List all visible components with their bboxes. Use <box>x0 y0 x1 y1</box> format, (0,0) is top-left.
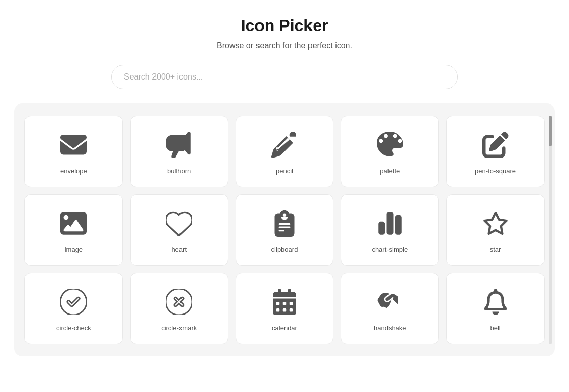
icon-card-bullhorn[interactable]: bullhorn <box>130 116 228 187</box>
icon-label-handshake: handshake <box>374 324 406 332</box>
calendar-icon <box>271 289 298 324</box>
icon-label-pen-to-square: pen-to-square <box>475 167 516 175</box>
icon-card-envelope[interactable]: envelope <box>24 116 123 187</box>
icon-label-clipboard: clipboard <box>271 246 298 253</box>
bell-icon <box>482 289 509 324</box>
page-subtitle: Browse or search for the perfect icon. <box>217 41 352 50</box>
icon-card-circle-xmark[interactable]: circle-xmark <box>130 273 228 344</box>
icon-label-envelope: envelope <box>60 167 87 175</box>
icon-card-circle-check[interactable]: circle-check <box>24 273 123 344</box>
icon-label-image: image <box>65 246 83 253</box>
icon-label-circle-xmark: circle-xmark <box>161 324 197 332</box>
icon-grid: envelope bullhorn pencil palette pen-to-… <box>24 116 545 344</box>
icon-card-chart-simple[interactable]: chart-simple <box>341 194 439 266</box>
scrollbar-thumb[interactable] <box>549 116 552 146</box>
envelope-icon <box>60 132 87 167</box>
icon-card-calendar[interactable]: calendar <box>236 273 334 344</box>
scrollbar-track[interactable] <box>549 116 552 344</box>
icon-label-pencil: pencil <box>276 167 293 175</box>
circle-check-icon <box>60 289 87 324</box>
icon-label-bell: bell <box>490 324 500 332</box>
icon-label-heart: heart <box>171 246 187 253</box>
bullhorn-icon <box>166 132 192 167</box>
icon-card-star[interactable]: star <box>446 194 545 266</box>
icon-card-clipboard[interactable]: clipboard <box>236 194 334 266</box>
pencil-icon <box>271 132 298 167</box>
clipboard-icon <box>271 210 298 246</box>
circle-xmark-icon <box>166 289 192 324</box>
page-title: Icon Picker <box>241 16 328 35</box>
image-icon <box>60 210 87 246</box>
icon-card-pen-to-square[interactable]: pen-to-square <box>446 116 545 187</box>
icon-card-handshake[interactable]: handshake <box>341 273 439 344</box>
icon-card-pencil[interactable]: pencil <box>236 116 334 187</box>
icon-grid-container: envelope bullhorn pencil palette pen-to-… <box>14 103 555 356</box>
icon-card-palette[interactable]: palette <box>341 116 439 187</box>
icon-card-image[interactable]: image <box>24 194 123 266</box>
search-input[interactable] <box>111 65 458 89</box>
palette-icon <box>377 132 403 167</box>
heart-icon <box>166 210 192 246</box>
icon-label-calendar: calendar <box>272 324 297 332</box>
pen-to-square-icon <box>482 132 509 167</box>
handshake-icon <box>377 289 403 324</box>
star-icon <box>482 210 509 246</box>
search-wrapper <box>111 65 458 89</box>
icon-card-bell[interactable]: bell <box>446 273 545 344</box>
icon-label-palette: palette <box>380 167 400 175</box>
icon-card-heart[interactable]: heart <box>130 194 228 266</box>
icon-label-star: star <box>490 246 501 253</box>
icon-label-chart-simple: chart-simple <box>372 246 408 253</box>
icon-label-circle-check: circle-check <box>56 324 91 332</box>
chart-simple-icon <box>377 210 403 246</box>
icon-label-bullhorn: bullhorn <box>167 167 191 175</box>
